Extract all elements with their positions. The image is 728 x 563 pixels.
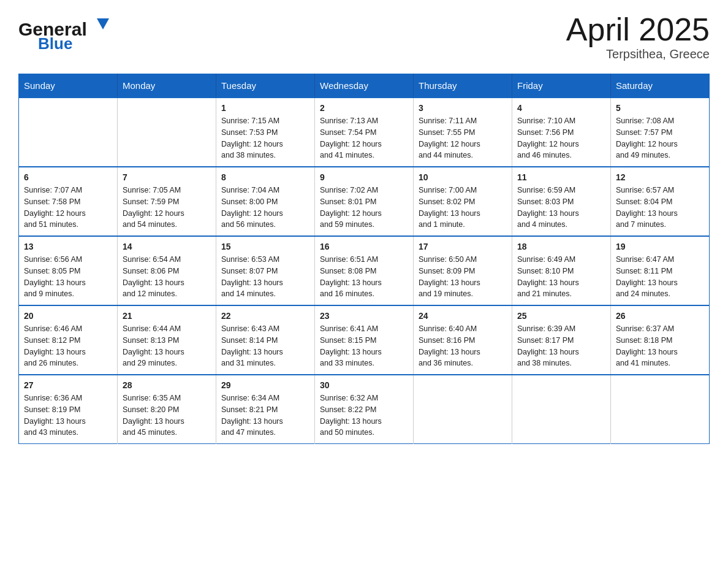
calendar-cell: 5Sunrise: 7:08 AMSunset: 7:57 PMDaylight… — [611, 98, 710, 167]
calendar-cell: 15Sunrise: 6:53 AMSunset: 8:07 PMDayligh… — [216, 236, 315, 305]
calendar-cell: 23Sunrise: 6:41 AMSunset: 8:15 PMDayligh… — [315, 305, 414, 375]
col-thursday: Thursday — [414, 74, 512, 98]
day-number: 5 — [616, 103, 704, 113]
calendar-cell — [512, 375, 611, 444]
calendar-cell: 10Sunrise: 7:00 AMSunset: 8:02 PMDayligh… — [414, 167, 512, 236]
day-number: 25 — [517, 311, 605, 321]
calendar-week-row: 1Sunrise: 7:15 AMSunset: 7:53 PMDaylight… — [19, 98, 710, 167]
calendar-cell — [611, 375, 710, 444]
calendar-cell: 30Sunrise: 6:32 AMSunset: 8:22 PMDayligh… — [315, 375, 414, 444]
calendar-cell: 26Sunrise: 6:37 AMSunset: 8:18 PMDayligh… — [611, 305, 710, 375]
calendar-cell: 4Sunrise: 7:10 AMSunset: 7:56 PMDaylight… — [512, 98, 611, 167]
calendar-cell: 18Sunrise: 6:49 AMSunset: 8:10 PMDayligh… — [512, 236, 611, 305]
day-number: 16 — [320, 242, 408, 251]
svg-text:Blue: Blue — [38, 34, 72, 52]
day-info: Sunrise: 6:36 AMSunset: 8:19 PMDaylight:… — [24, 393, 112, 439]
day-info: Sunrise: 7:02 AMSunset: 8:01 PMDaylight:… — [320, 185, 408, 231]
day-number: 8 — [221, 172, 309, 182]
day-info: Sunrise: 6:57 AMSunset: 8:04 PMDaylight:… — [616, 185, 704, 231]
day-info: Sunrise: 6:46 AMSunset: 8:12 PMDaylight:… — [24, 323, 112, 369]
day-number: 17 — [419, 242, 507, 251]
calendar-cell: 7Sunrise: 7:05 AMSunset: 7:59 PMDaylight… — [118, 167, 216, 236]
day-info: Sunrise: 6:34 AMSunset: 8:21 PMDaylight:… — [221, 393, 309, 439]
day-info: Sunrise: 7:11 AMSunset: 7:55 PMDaylight:… — [419, 115, 507, 161]
title-block: April 2025 Terpsithea, Greece — [566, 12, 710, 61]
day-number: 30 — [320, 380, 408, 390]
day-info: Sunrise: 6:32 AMSunset: 8:22 PMDaylight:… — [320, 393, 408, 439]
day-info: Sunrise: 6:59 AMSunset: 8:03 PMDaylight:… — [517, 185, 605, 231]
day-number: 24 — [419, 311, 507, 321]
calendar-cell — [19, 98, 118, 167]
calendar-cell: 29Sunrise: 6:34 AMSunset: 8:21 PMDayligh… — [216, 375, 315, 444]
day-info: Sunrise: 6:41 AMSunset: 8:15 PMDaylight:… — [320, 323, 408, 369]
calendar-cell: 20Sunrise: 6:46 AMSunset: 8:12 PMDayligh… — [19, 305, 118, 375]
day-info: Sunrise: 6:56 AMSunset: 8:05 PMDaylight:… — [24, 254, 112, 300]
calendar-cell: 28Sunrise: 6:35 AMSunset: 8:20 PMDayligh… — [118, 375, 216, 444]
logo: General Blue — [18, 12, 116, 52]
day-number: 1 — [221, 103, 309, 113]
calendar-cell: 16Sunrise: 6:51 AMSunset: 8:08 PMDayligh… — [315, 236, 414, 305]
day-number: 22 — [221, 311, 309, 321]
calendar-cell: 12Sunrise: 6:57 AMSunset: 8:04 PMDayligh… — [611, 167, 710, 236]
day-info: Sunrise: 6:39 AMSunset: 8:17 PMDaylight:… — [517, 323, 605, 369]
calendar-cell: 27Sunrise: 6:36 AMSunset: 8:19 PMDayligh… — [19, 375, 118, 444]
calendar-header-row: Sunday Monday Tuesday Wednesday Thursday… — [19, 74, 710, 98]
calendar-week-row: 20Sunrise: 6:46 AMSunset: 8:12 PMDayligh… — [19, 305, 710, 375]
day-info: Sunrise: 6:43 AMSunset: 8:14 PMDaylight:… — [221, 323, 309, 369]
day-number: 9 — [320, 172, 408, 182]
day-info: Sunrise: 7:10 AMSunset: 7:56 PMDaylight:… — [517, 115, 605, 161]
col-friday: Friday — [512, 74, 611, 98]
calendar-cell: 11Sunrise: 6:59 AMSunset: 8:03 PMDayligh… — [512, 167, 611, 236]
calendar-week-row: 27Sunrise: 6:36 AMSunset: 8:19 PMDayligh… — [19, 375, 710, 444]
day-number: 11 — [517, 172, 605, 182]
day-number: 26 — [616, 311, 704, 321]
svg-marker-1 — [97, 18, 109, 29]
day-number: 10 — [419, 172, 507, 182]
day-info: Sunrise: 7:07 AMSunset: 7:58 PMDaylight:… — [24, 185, 112, 231]
day-info: Sunrise: 6:35 AMSunset: 8:20 PMDaylight:… — [123, 393, 211, 439]
page-title: April 2025 — [566, 12, 710, 47]
day-info: Sunrise: 6:49 AMSunset: 8:10 PMDaylight:… — [517, 254, 605, 300]
calendar-table: Sunday Monday Tuesday Wednesday Thursday… — [18, 74, 710, 444]
day-number: 28 — [123, 380, 211, 390]
day-number: 29 — [221, 380, 309, 390]
calendar-cell — [414, 375, 512, 444]
day-info: Sunrise: 7:04 AMSunset: 8:00 PMDaylight:… — [221, 185, 309, 231]
calendar-cell: 2Sunrise: 7:13 AMSunset: 7:54 PMDaylight… — [315, 98, 414, 167]
day-number: 12 — [616, 172, 704, 182]
day-number: 14 — [123, 242, 211, 251]
day-number: 15 — [221, 242, 309, 251]
day-number: 6 — [24, 172, 112, 182]
day-number: 7 — [123, 172, 211, 182]
page-subtitle: Terpsithea, Greece — [566, 47, 710, 61]
day-number: 20 — [24, 311, 112, 321]
page-header: General Blue April 2025 Terpsithea, Gree… — [18, 12, 710, 61]
day-info: Sunrise: 7:13 AMSunset: 7:54 PMDaylight:… — [320, 115, 408, 161]
day-info: Sunrise: 6:47 AMSunset: 8:11 PMDaylight:… — [616, 254, 704, 300]
day-info: Sunrise: 6:53 AMSunset: 8:07 PMDaylight:… — [221, 254, 309, 300]
calendar-cell: 19Sunrise: 6:47 AMSunset: 8:11 PMDayligh… — [611, 236, 710, 305]
col-tuesday: Tuesday — [216, 74, 315, 98]
calendar-cell: 1Sunrise: 7:15 AMSunset: 7:53 PMDaylight… — [216, 98, 315, 167]
calendar-cell: 9Sunrise: 7:02 AMSunset: 8:01 PMDaylight… — [315, 167, 414, 236]
day-info: Sunrise: 7:05 AMSunset: 7:59 PMDaylight:… — [123, 185, 211, 231]
calendar-cell: 6Sunrise: 7:07 AMSunset: 7:58 PMDaylight… — [19, 167, 118, 236]
day-info: Sunrise: 6:51 AMSunset: 8:08 PMDaylight:… — [320, 254, 408, 300]
calendar-cell: 17Sunrise: 6:50 AMSunset: 8:09 PMDayligh… — [414, 236, 512, 305]
day-number: 19 — [616, 242, 704, 251]
calendar-cell: 8Sunrise: 7:04 AMSunset: 8:00 PMDaylight… — [216, 167, 315, 236]
day-number: 3 — [419, 103, 507, 113]
calendar-week-row: 13Sunrise: 6:56 AMSunset: 8:05 PMDayligh… — [19, 236, 710, 305]
day-info: Sunrise: 6:40 AMSunset: 8:16 PMDaylight:… — [419, 323, 507, 369]
calendar-cell: 14Sunrise: 6:54 AMSunset: 8:06 PMDayligh… — [118, 236, 216, 305]
logo-svg: General Blue — [18, 12, 116, 52]
calendar-cell: 24Sunrise: 6:40 AMSunset: 8:16 PMDayligh… — [414, 305, 512, 375]
col-saturday: Saturday — [611, 74, 710, 98]
day-info: Sunrise: 7:15 AMSunset: 7:53 PMDaylight:… — [221, 115, 309, 161]
calendar-week-row: 6Sunrise: 7:07 AMSunset: 7:58 PMDaylight… — [19, 167, 710, 236]
day-info: Sunrise: 6:37 AMSunset: 8:18 PMDaylight:… — [616, 323, 704, 369]
day-number: 4 — [517, 103, 605, 113]
day-number: 27 — [24, 380, 112, 390]
col-monday: Monday — [118, 74, 216, 98]
day-number: 2 — [320, 103, 408, 113]
